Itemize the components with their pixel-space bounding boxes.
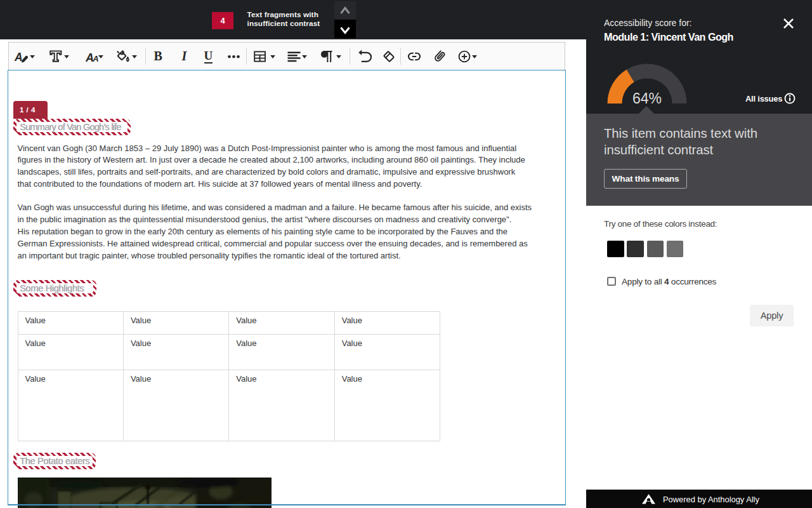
- svg-text:A: A: [14, 51, 23, 64]
